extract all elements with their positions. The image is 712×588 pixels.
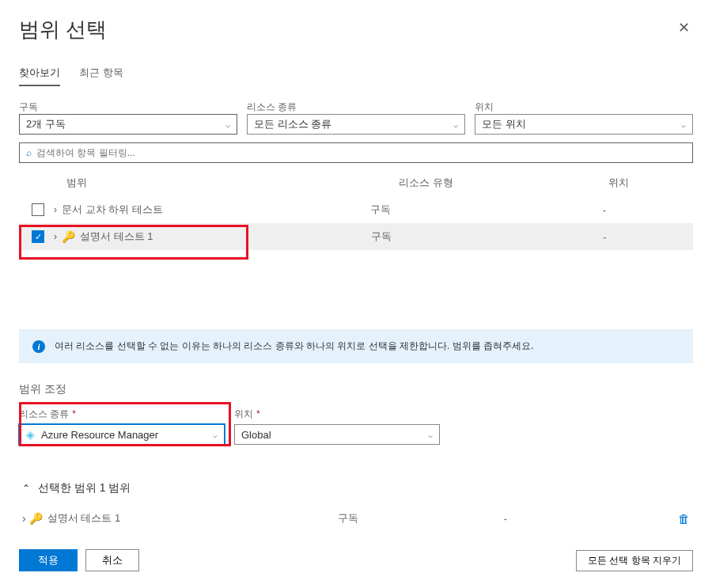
header-location: 위치 (557, 176, 680, 190)
row-location: - (528, 204, 680, 216)
table-row[interactable]: ✓ › 🔑 설명서 테스트 1 구독 - (19, 223, 693, 250)
expand-icon[interactable]: › (54, 204, 57, 215)
clear-all-button[interactable]: 모든 선택 항목 지우기 (576, 550, 693, 571)
close-button[interactable]: ✕ (675, 16, 693, 40)
selected-row-name: 설명서 테스트 1 (47, 511, 120, 525)
narrow-location-label: 위치* (234, 408, 440, 421)
narrow-resource-type-value: Azure Resource Manager (41, 429, 213, 441)
chevron-down-icon: ⌵ (453, 120, 458, 129)
location-label: 위치 (475, 101, 693, 114)
row-name: 설명서 테스트 1 (80, 230, 371, 244)
selected-scope-header[interactable]: ⌃ 선택한 범위 1 범위 (19, 473, 693, 503)
row-checkbox[interactable] (32, 203, 44, 216)
info-banner: i 여러 리소스를 선택할 수 없는 이유는 하나의 리소스 종류와 하나의 위… (19, 329, 693, 363)
selected-row-type: 구독 (338, 511, 504, 525)
search-box[interactable]: ⌕ (19, 142, 693, 163)
row-type: 구독 (370, 203, 528, 217)
selected-row-location: - (504, 513, 678, 525)
delete-icon[interactable]: 🗑 (678, 512, 690, 525)
required-indicator: * (72, 408, 76, 419)
row-location: - (529, 231, 680, 243)
required-indicator: * (256, 408, 260, 419)
header-type: 리소스 유형 (399, 176, 557, 190)
row-type: 구독 (371, 230, 529, 244)
dialog-title: 범위 선택 (19, 16, 107, 44)
key-icon: 🔑 (62, 230, 75, 243)
search-icon: ⌕ (26, 147, 32, 158)
narrow-location-value: Global (241, 429, 271, 441)
row-checkbox[interactable]: ✓ (32, 230, 44, 243)
narrow-location-dropdown[interactable]: Global ⌵ (234, 424, 440, 445)
resource-type-dropdown[interactable]: 모든 리소스 종류 ⌵ (247, 114, 465, 135)
expand-icon[interactable]: › (54, 231, 57, 242)
resource-type-label: 리소스 종류 (247, 101, 465, 114)
location-value: 모든 위치 (482, 117, 526, 131)
header-scope: 범위 (66, 176, 399, 190)
info-icon: i (32, 340, 45, 353)
narrow-resource-type-label: 리소스 종류* (19, 408, 225, 421)
selected-row: › 🔑 설명서 테스트 1 구독 - 🗑 (19, 503, 693, 533)
narrow-scope-title: 범위 조정 (19, 382, 693, 396)
chevron-down-icon: ⌵ (428, 431, 433, 439)
table-header: 범위 리소스 유형 위치 (19, 169, 693, 196)
tab-browse[interactable]: 찾아보기 (19, 66, 60, 86)
expand-icon[interactable]: › (22, 512, 26, 525)
row-name: 문서 교차 하위 테스트 (62, 203, 370, 217)
cube-icon: ◈ (26, 428, 35, 441)
narrow-resource-type-dropdown[interactable]: ◈ Azure Resource Manager ⌵ (19, 424, 225, 445)
table-row[interactable]: › 문서 교차 하위 테스트 구독 - (19, 196, 693, 223)
tab-recent[interactable]: 최근 항목 (79, 66, 123, 86)
chevron-down-icon: ⌵ (225, 120, 230, 129)
subscription-dropdown[interactable]: 2개 구독 ⌵ (19, 114, 237, 135)
chevron-down-icon: ⌵ (213, 431, 218, 439)
subscription-value: 2개 구독 (26, 117, 66, 131)
tabs: 찾아보기 최근 항목 (19, 66, 693, 86)
selected-scope-title: 선택한 범위 1 범위 (38, 481, 131, 495)
resource-type-value: 모든 리소스 종류 (254, 117, 331, 131)
subscription-label: 구독 (19, 101, 237, 114)
location-dropdown[interactable]: 모든 위치 ⌵ (475, 114, 693, 135)
chevron-down-icon: ⌵ (681, 120, 686, 129)
collapse-icon[interactable]: ⌃ (22, 483, 30, 494)
apply-button[interactable]: 적용 (19, 549, 78, 571)
info-message: 여러 리소스를 선택할 수 없는 이유는 하나의 리소스 종류와 하나의 위치로… (55, 340, 533, 353)
key-icon: 🔑 (29, 512, 43, 525)
search-input[interactable] (36, 147, 686, 158)
cancel-button[interactable]: 취소 (85, 549, 139, 571)
